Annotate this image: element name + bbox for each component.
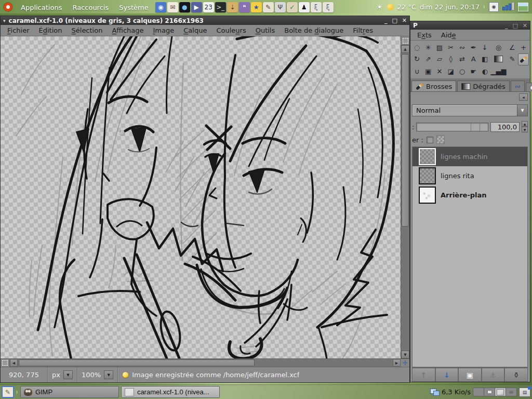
paths-tool[interactable]: ∾ bbox=[457, 42, 468, 53]
menu-exts[interactable]: Exts bbox=[413, 31, 436, 39]
workspace-3[interactable] bbox=[495, 388, 506, 396]
microphone-icon[interactable]: Ψ bbox=[275, 2, 286, 12]
horizontal-scroll-thumb[interactable] bbox=[19, 360, 255, 366]
opacity-slider[interactable] bbox=[416, 123, 488, 131]
weather-sun-icon[interactable] bbox=[387, 4, 394, 10]
brushes-tab[interactable]: Brosses bbox=[411, 81, 456, 91]
zoom-follow-toggle[interactable] bbox=[401, 36, 409, 45]
spring-applet-icon-2[interactable]: ξ bbox=[323, 2, 334, 12]
web-browser-icon[interactable]: ◉ bbox=[155, 2, 166, 12]
lower-layer-button[interactable]: ↓ bbox=[435, 368, 459, 382]
menu-bo-te-de-dialogue[interactable]: Boîte de dialogue bbox=[280, 26, 348, 34]
show-desktop-button[interactable]: ✎ bbox=[2, 386, 14, 398]
eraser-tool[interactable]: ◪ bbox=[445, 66, 456, 77]
rotate-tool[interactable]: ↻ bbox=[411, 54, 422, 64]
anchor-layer-button[interactable]: ⚓ bbox=[482, 368, 505, 382]
menu-aide[interactable]: Aide bbox=[436, 31, 461, 39]
layer-thumbnail[interactable] bbox=[419, 167, 436, 184]
clock-label[interactable]: dim 22 jun, 20:17 bbox=[420, 3, 480, 11]
raise-layer-button[interactable]: ↑ bbox=[412, 368, 435, 382]
select-by-color-tool[interactable]: ▨ bbox=[434, 42, 445, 53]
levels-tool[interactable]: ▁▄▆ bbox=[490, 66, 506, 77]
quickmask-toggle[interactable] bbox=[1, 359, 10, 367]
free-select-tool[interactable]: ◌ bbox=[411, 42, 422, 53]
printer-applet-icon[interactable]: ▤ bbox=[519, 388, 530, 397]
tux-icon[interactable]: ♟ bbox=[299, 2, 310, 12]
applet-grip[interactable]: ⁞ bbox=[483, 4, 485, 9]
spring-applet-icon[interactable]: ξ bbox=[311, 2, 322, 12]
maximize-button[interactable]: □ bbox=[392, 17, 397, 24]
opacity-spin-arrows[interactable]: ▲▼ bbox=[522, 121, 528, 132]
healing-tool[interactable]: ✕ bbox=[434, 66, 445, 77]
vertical-scroll-track[interactable] bbox=[401, 53, 409, 351]
convolve-tool[interactable]: ○ bbox=[457, 66, 468, 77]
palettes-tab[interactable] bbox=[526, 83, 532, 91]
paths-tab[interactable]: ∾ bbox=[511, 81, 525, 91]
package-manager-icon[interactable]: ⇣ bbox=[227, 2, 238, 12]
pidgin-icon[interactable]: ❝ bbox=[239, 2, 250, 12]
gradient-tool[interactable] bbox=[490, 54, 506, 64]
layer-row[interactable]: lignes rita bbox=[413, 166, 527, 185]
scale-tool[interactable]: ⇗ bbox=[423, 54, 434, 64]
shear-tool[interactable]: ▱ bbox=[434, 54, 445, 64]
menu-outils[interactable]: Outils bbox=[251, 26, 280, 34]
horizontal-scrollbar[interactable]: ◀ ▶ ✛ bbox=[1, 358, 409, 367]
bucket-fill-tool[interactable]: ◧ bbox=[480, 54, 490, 64]
clone-tool[interactable]: ▣ bbox=[423, 66, 434, 77]
panel-menu-raccourcis[interactable]: Raccourcis bbox=[67, 4, 114, 11]
layer-thumbnail[interactable] bbox=[419, 187, 436, 204]
clipboard-icon[interactable]: ✓ bbox=[287, 2, 298, 12]
text-editor-icon[interactable]: ✎ bbox=[263, 2, 274, 12]
zoom-dropdown[interactable]: 100% ▼ bbox=[77, 367, 118, 382]
tab-menu-button[interactable]: ◂ bbox=[519, 94, 528, 101]
panel-menu-applications[interactable]: Applications bbox=[16, 4, 67, 11]
horizontal-scroll-track[interactable] bbox=[18, 359, 393, 367]
chevron-down-icon[interactable]: ▼ bbox=[63, 370, 73, 379]
network-signal-icon[interactable] bbox=[502, 3, 514, 10]
chevron-down-icon[interactable]: ▼ bbox=[517, 105, 527, 116]
measure-tool[interactable]: ∠ bbox=[507, 42, 517, 53]
layer-thumbnail[interactable] bbox=[419, 148, 436, 165]
layer-row[interactable]: Arrière-plan bbox=[413, 185, 527, 205]
vertical-scrollbar[interactable]: ▲ ▼ bbox=[401, 36, 409, 358]
dodge-burn-tool[interactable]: ◐ bbox=[480, 66, 490, 77]
star-icon[interactable]: ★ bbox=[251, 2, 262, 12]
menu--dition[interactable]: Édition bbox=[34, 26, 67, 34]
workspace-2[interactable] bbox=[484, 388, 495, 396]
zoom-tool[interactable]: ◎ bbox=[490, 42, 506, 53]
menu-filtres[interactable]: Filtres bbox=[348, 26, 378, 34]
perspective-tool[interactable]: ◊ bbox=[445, 54, 456, 64]
toolbox-titlebar[interactable]: P _ □ ✕ bbox=[410, 21, 530, 30]
move-tool[interactable]: + bbox=[518, 42, 529, 53]
smudge-tool[interactable]: ☛ bbox=[468, 66, 479, 77]
text-tool[interactable]: A bbox=[468, 54, 479, 64]
ubuntu-logo-icon[interactable] bbox=[4, 3, 12, 11]
menu-s-lection[interactable]: Sélection bbox=[67, 26, 108, 34]
scroll-right-button[interactable]: ▶ bbox=[393, 359, 401, 367]
scroll-left-button[interactable]: ◀ bbox=[10, 359, 18, 367]
vertical-scroll-thumb[interactable] bbox=[402, 54, 409, 227]
menu-image[interactable]: Image bbox=[149, 26, 179, 34]
chevron-down-icon[interactable]: ▼ bbox=[104, 370, 113, 379]
window-menu-icon[interactable]: ▾ bbox=[3, 18, 6, 23]
color-picker-tool[interactable]: ↓ bbox=[480, 42, 490, 53]
workspace-4[interactable]: ✉ bbox=[506, 388, 516, 396]
lock-alpha-checkbox[interactable] bbox=[427, 137, 433, 143]
layer-row[interactable]: lignes machin bbox=[413, 147, 527, 166]
taskbar-caramel-button[interactable]: caramel.xcf-1.0 (nivea... bbox=[121, 386, 220, 398]
duplicate-layer-button[interactable]: ▣ bbox=[458, 368, 482, 382]
gradients-tab[interactable]: Dégradés bbox=[457, 81, 510, 91]
media-player-icon[interactable]: ▶ bbox=[191, 2, 202, 12]
calendar-icon[interactable]: 23 bbox=[203, 2, 214, 12]
layer-mode-dropdown[interactable]: Normal ▼ bbox=[412, 104, 528, 116]
close-button[interactable]: ✕ bbox=[523, 22, 527, 29]
paintbrush-tool[interactable] bbox=[518, 54, 529, 65]
scissors-tool[interactable]: ✂ bbox=[445, 42, 456, 53]
brightness-icon[interactable]: ☀ bbox=[376, 2, 383, 12]
scroll-down-button[interactable]: ▼ bbox=[401, 351, 409, 358]
delete-layer-button[interactable]: ⚱ bbox=[504, 368, 528, 382]
fuzzy-select-tool[interactable]: ✳ bbox=[423, 42, 434, 53]
canvas-navigation-button[interactable]: ✛ bbox=[401, 359, 409, 367]
taskbar-gimp-button[interactable]: GIMP bbox=[20, 386, 119, 398]
menu-fichier[interactable]: Fichier bbox=[3, 26, 34, 34]
